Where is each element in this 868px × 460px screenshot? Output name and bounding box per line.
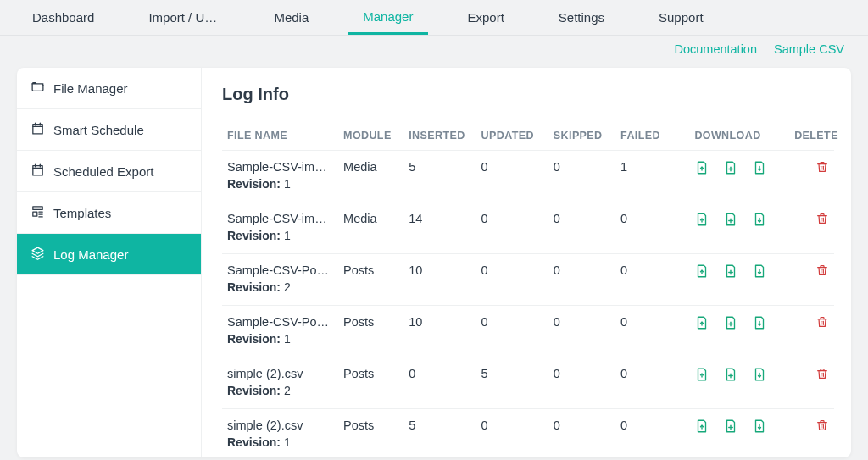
page-title: Log Info: [222, 85, 834, 104]
log-table: FILE NAME MODULE INSERTED UPDATED SKIPPE…: [222, 121, 834, 457]
download-original-icon[interactable]: [694, 418, 709, 436]
layers-icon: [31, 246, 45, 263]
download-new-icon[interactable]: [723, 160, 738, 178]
cell-module: Posts: [338, 254, 403, 306]
cell-module: Posts: [338, 409, 403, 458]
main-content: Log Info FILE NAME MODULE INSERTED UPDAT…: [202, 68, 851, 457]
cell-updated: 0: [476, 202, 548, 254]
file-name: Sample-CSV-Post…: [227, 263, 332, 277]
cell-module: Media: [338, 202, 403, 254]
download-new-icon[interactable]: [723, 263, 738, 281]
table-row: simple (2).csvRevision: 1Posts5000: [222, 409, 834, 458]
revision: Revision: 1: [227, 229, 333, 242]
download-log-icon[interactable]: [752, 263, 767, 281]
cell-updated: 0: [476, 409, 548, 458]
tab-dashboard[interactable]: Dashboard: [17, 2, 109, 33]
tab-manager[interactable]: Manager: [348, 1, 428, 35]
delete-icon[interactable]: [815, 214, 829, 228]
sidebar-item-scheduled-export[interactable]: Scheduled Export: [17, 151, 201, 192]
sidebar-item-log-manager[interactable]: Log Manager: [17, 234, 201, 275]
delete-icon[interactable]: [815, 421, 829, 435]
th-skipped: SKIPPED: [548, 121, 615, 151]
documentation-link[interactable]: Documentation: [674, 42, 757, 56]
download-original-icon[interactable]: [694, 263, 709, 281]
delete-icon[interactable]: [815, 318, 829, 331]
calendar-icon: [31, 163, 45, 180]
tab-settings[interactable]: Settings: [543, 2, 620, 33]
download-new-icon[interactable]: [723, 212, 738, 230]
download-log-icon[interactable]: [752, 367, 767, 385]
th-module: MODULE: [338, 121, 403, 151]
download-new-icon[interactable]: [723, 367, 738, 385]
cell-updated: 5: [476, 357, 548, 409]
cell-inserted: 10: [403, 306, 476, 357]
cell-skipped: 0: [548, 357, 615, 409]
table-row: Sample-CSV-ima…Revision: 1Media5001: [222, 151, 834, 202]
file-manager-icon: [31, 80, 45, 97]
file-name: Sample-CSV-Post…: [227, 315, 332, 329]
revision: Revision: 2: [227, 384, 333, 397]
th-updated: UPDATED: [476, 121, 548, 151]
calendar-icon: [31, 121, 45, 138]
tab-support[interactable]: Support: [643, 2, 719, 33]
sidebar-item-label: Templates: [53, 206, 111, 220]
cell-inserted: 10: [403, 254, 476, 306]
th-download: DOWNLOAD: [689, 121, 789, 151]
tab-import-upda[interactable]: Import / Upda…: [133, 2, 235, 33]
cell-failed: 0: [615, 357, 689, 409]
cell-inserted: 0: [403, 357, 476, 409]
file-name: Sample-CSV-ima…: [227, 160, 332, 174]
download-original-icon[interactable]: [694, 212, 709, 230]
cell-updated: 0: [476, 254, 548, 306]
sidebar-item-label: Smart Schedule: [53, 123, 144, 137]
download-original-icon[interactable]: [694, 367, 709, 385]
cell-skipped: 0: [548, 202, 615, 254]
cell-inserted: 14: [403, 202, 476, 254]
cell-module: Posts: [338, 357, 403, 409]
revision: Revision: 1: [227, 332, 333, 346]
log-table-body: Sample-CSV-ima…Revision: 1Media5001Sampl…: [222, 151, 834, 458]
revision: Revision: 1: [227, 435, 333, 449]
cell-skipped: 0: [548, 254, 615, 306]
cell-skipped: 0: [548, 409, 615, 458]
tab-export[interactable]: Export: [452, 2, 519, 33]
sample-csv-link[interactable]: Sample CSV: [774, 42, 844, 56]
sidebar-item-smart-schedule[interactable]: Smart Schedule: [17, 109, 201, 151]
top-nav: DashboardImport / Upda…MediaManagerExpor…: [0, 0, 868, 36]
cell-failed: 0: [615, 306, 689, 357]
th-inserted: INSERTED: [403, 121, 476, 151]
table-row: Sample-CSV-Post…Revision: 2Posts10000: [222, 254, 834, 306]
cell-failed: 1: [615, 151, 689, 202]
sidebar-item-templates[interactable]: Templates: [17, 192, 201, 234]
cell-failed: 0: [615, 254, 689, 306]
sidebar-item-label: Scheduled Export: [53, 164, 153, 179]
download-log-icon[interactable]: [752, 418, 767, 436]
th-file: FILE NAME: [222, 121, 338, 151]
sidebar-item-file-manager[interactable]: File Manager: [17, 68, 201, 109]
cell-failed: 0: [615, 409, 689, 458]
download-new-icon[interactable]: [723, 418, 738, 436]
cell-failed: 0: [615, 202, 689, 254]
download-log-icon[interactable]: [752, 212, 767, 230]
download-original-icon[interactable]: [694, 160, 709, 178]
template-icon: [31, 204, 45, 221]
download-log-icon[interactable]: [752, 160, 767, 178]
delete-icon[interactable]: [815, 163, 829, 176]
file-name: Sample-CSV-ima…: [227, 212, 332, 225]
cell-module: Media: [338, 151, 403, 202]
revision: Revision: 2: [227, 280, 333, 294]
sidebar-item-label: Log Manager: [53, 247, 128, 262]
th-delete: DELETE: [789, 121, 834, 151]
download-original-icon[interactable]: [694, 315, 709, 333]
cell-inserted: 5: [403, 409, 476, 458]
cell-updated: 0: [476, 306, 548, 357]
table-row: Sample-CSV-Post…Revision: 1Posts10000: [222, 306, 834, 357]
cell-module: Posts: [338, 306, 403, 357]
delete-icon[interactable]: [815, 369, 829, 383]
download-log-icon[interactable]: [752, 315, 767, 333]
revision: Revision: 1: [227, 177, 333, 191]
delete-icon[interactable]: [815, 266, 829, 280]
download-new-icon[interactable]: [723, 315, 738, 333]
cell-inserted: 5: [403, 151, 476, 202]
tab-media[interactable]: Media: [259, 2, 324, 33]
